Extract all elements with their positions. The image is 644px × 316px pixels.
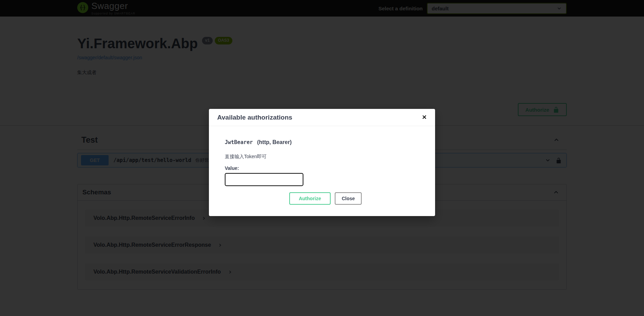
modal-header: Available authorizations ✕ (209, 109, 435, 126)
auth-scheme-name: JwtBearer (225, 139, 253, 145)
auth-scheme-description: 直接输入Token即可 (225, 154, 426, 160)
auth-scheme-title: JwtBearer (http, Bearer) (225, 139, 426, 145)
modal-authorize-button[interactable]: Authorize (289, 192, 331, 205)
token-value-input[interactable] (225, 173, 303, 186)
value-label: Value: (225, 165, 426, 171)
auth-scheme-meta: (http, Bearer) (257, 139, 292, 145)
authorizations-modal: Available authorizations ✕ JwtBearer (ht… (209, 109, 435, 216)
modal-close-button[interactable]: Close (335, 192, 362, 205)
modal-buttons: Authorize Close (225, 192, 426, 205)
modal-body: JwtBearer (http, Bearer) 直接输入Token即可 Val… (209, 126, 435, 216)
modal-title: Available authorizations (217, 114, 292, 121)
close-icon[interactable]: ✕ (422, 114, 427, 120)
